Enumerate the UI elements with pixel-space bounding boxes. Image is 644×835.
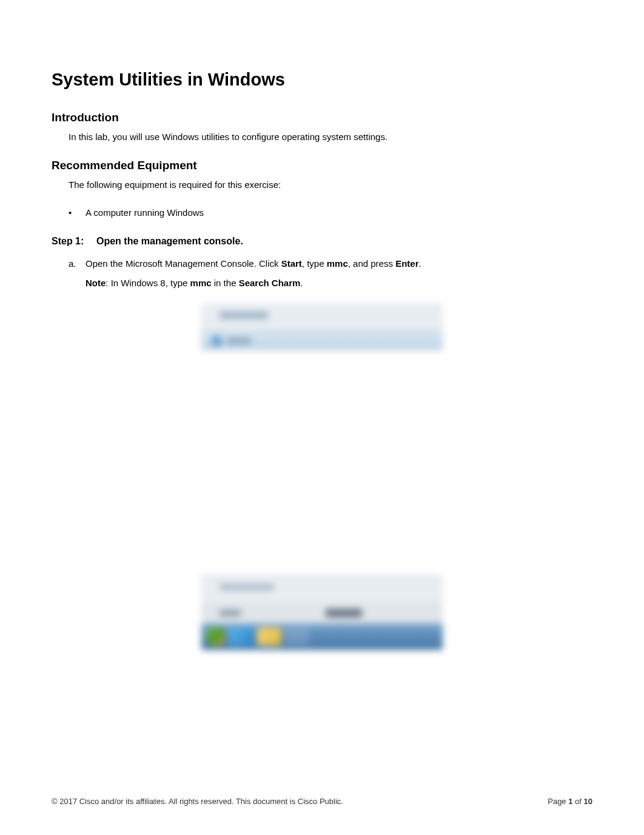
list-item: • A computer running Windows <box>69 206 592 220</box>
equipment-heading: Recommended Equipment <box>52 159 592 172</box>
screenshot-blur-text <box>220 610 241 616</box>
screenshot-blur-text <box>227 338 251 344</box>
intro-heading: Introduction <box>52 111 592 124</box>
copyright-text: © 2017 Cisco and/or its affiliates. All … <box>52 797 343 806</box>
equipment-text: The following equipment is required for … <box>69 178 592 192</box>
step-heading: Step 1: Open the management console. <box>52 236 592 247</box>
step-letter: a. <box>69 255 86 273</box>
mmc-icon <box>211 335 222 346</box>
step-title: Open the management console. <box>96 236 243 247</box>
screenshot-taskbar <box>201 623 443 650</box>
page-footer: © 2017 Cisco and/or its affiliates. All … <box>52 797 592 806</box>
screenshot-body <box>201 350 443 575</box>
screenshot-see-more <box>201 575 443 603</box>
taskbar-item <box>257 628 281 646</box>
note-line: Note: In Windows 8, type mmc in the Sear… <box>86 275 592 292</box>
step-number: Step 1: <box>52 236 96 247</box>
taskbar-item <box>229 628 253 646</box>
taskbar-item <box>285 628 309 646</box>
page-number: Page 1 of 10 <box>548 797 592 806</box>
screenshot-programs-header <box>201 303 443 331</box>
start-button-icon <box>206 627 226 646</box>
screenshot-mmc-result <box>201 331 443 350</box>
step-content: Open the Microsoft Management Console. C… <box>86 255 592 273</box>
screenshot-blur-text <box>220 312 268 319</box>
step-item: a. Open the Microsoft Management Console… <box>69 255 592 273</box>
bullet-text: A computer running Windows <box>86 206 204 220</box>
bullet-marker: • <box>69 206 86 220</box>
intro-text: In this lab, you will use Windows utilit… <box>69 130 592 144</box>
equipment-list: • A computer running Windows <box>69 206 592 220</box>
screenshot-search-bar <box>201 603 443 623</box>
document-title: System Utilities in Windows <box>52 70 592 90</box>
embedded-screenshot <box>201 303 443 650</box>
screenshot-blur-text <box>326 609 362 617</box>
screenshot-blur-text <box>220 584 274 590</box>
